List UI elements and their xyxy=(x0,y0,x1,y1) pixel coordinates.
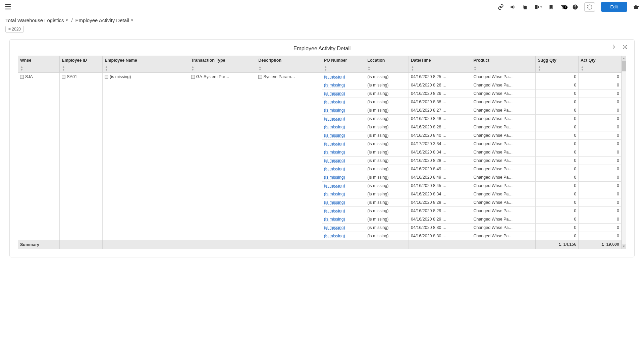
cell-po-number[interactable]: (is missing) xyxy=(322,207,365,215)
cell-product: Changed Whse Pa… xyxy=(471,98,536,106)
cell-datetime: 04/16/2020 8:38 … xyxy=(409,98,471,106)
collapse-icon[interactable] xyxy=(62,75,65,79)
table-row[interactable]: (is missing)(is missing)04/16/2020 8:40 … xyxy=(18,131,622,140)
collapse-icon[interactable] xyxy=(191,75,195,79)
breadcrumb-workspace[interactable]: Total Warehouse Logistics▼ xyxy=(5,17,68,23)
cell-po-number[interactable]: (is missing) xyxy=(322,89,365,98)
cell-po-number[interactable]: (is missing) xyxy=(322,81,365,89)
cell-datetime: 04/16/2020 8:26 … xyxy=(409,81,471,89)
collapse-icon[interactable] xyxy=(105,75,108,79)
download-arrow-icon[interactable] xyxy=(611,44,617,51)
cell-po-number[interactable]: (is missing) xyxy=(322,148,365,157)
bookmark-icon[interactable] xyxy=(548,4,554,10)
column-header-location[interactable]: Location▲▼ xyxy=(365,56,409,73)
cell-product: Changed Whse Pa… xyxy=(471,182,536,190)
cell-product: Changed Whse Pa… xyxy=(471,173,536,182)
table-row[interactable]: (is missing)(is missing)04/16/2020 8:28 … xyxy=(18,157,622,165)
cell-product: Changed Whse Pa… xyxy=(471,157,536,165)
cell-po-number[interactable]: (is missing) xyxy=(322,165,365,173)
table-row[interactable]: (is missing)(is missing)04/16/2020 8:49 … xyxy=(18,165,622,173)
export-icon[interactable]: ▾ xyxy=(534,4,542,10)
table-row[interactable]: (is missing)(is missing)04/16/2020 8:29 … xyxy=(18,215,622,224)
cell-po-number[interactable]: (is missing) xyxy=(322,215,365,224)
vertical-scrollbar[interactable]: ▲ ▼ xyxy=(622,56,626,249)
briefcase-icon[interactable] xyxy=(633,4,639,10)
table-row[interactable]: (is missing)(is missing)04/16/2020 8:34 … xyxy=(18,190,622,198)
table-row[interactable]: (is missing)(is missing)04/16/2020 8:30 … xyxy=(18,224,622,232)
column-header-employee_name[interactable]: Employee Name▲▼ xyxy=(103,56,189,73)
cell-po-number[interactable]: (is missing) xyxy=(322,232,365,240)
cell-datetime: 04/16/2020 8:26 … xyxy=(409,89,471,98)
breadcrumb-page[interactable]: Employee Activity Detail▼ xyxy=(75,17,134,23)
cell-product: Changed Whse Pa… xyxy=(471,89,536,98)
collapse-icon[interactable] xyxy=(258,75,262,79)
cell-datetime: 04/16/2020 8:45 … xyxy=(409,182,471,190)
cell-datetime: 04/16/2020 8:28 … xyxy=(409,198,471,207)
megaphone-icon[interactable] xyxy=(510,4,516,10)
filter-icon[interactable]: 1 xyxy=(560,4,566,10)
cell-act-qty: 0 xyxy=(579,81,622,89)
cell-act-qty: 0 xyxy=(579,148,622,157)
table-row[interactable]: (is missing)(is missing)04/16/2020 8:29 … xyxy=(18,207,622,215)
column-header-whse[interactable]: Whse▲▼ xyxy=(18,56,60,73)
table-row[interactable]: (is missing)(is missing)04/16/2020 8:26 … xyxy=(18,81,622,89)
breadcrumb-separator: / xyxy=(71,17,72,23)
cell-po-number[interactable]: (is missing) xyxy=(322,115,365,123)
help-icon[interactable] xyxy=(572,4,578,10)
table-row[interactable]: (is missing)(is missing)04/16/2020 8:28 … xyxy=(18,123,622,131)
scroll-thumb[interactable] xyxy=(622,61,626,71)
reload-button[interactable] xyxy=(584,2,595,12)
link-icon[interactable] xyxy=(498,4,504,10)
cell-po-number[interactable]: (is missing) xyxy=(322,73,365,81)
table-row[interactable]: (is missing)(is missing)04/16/2020 8:28 … xyxy=(18,198,622,207)
column-header-po_number[interactable]: PO Number▲▼ xyxy=(322,56,365,73)
column-header-datetime[interactable]: Date/Time▲▼ xyxy=(409,56,471,73)
table-row[interactable]: (is missing)(is missing)04/16/2020 8:38 … xyxy=(18,98,622,106)
menu-icon[interactable]: ☰ xyxy=(5,3,11,11)
cell-product: Changed Whse Pa… xyxy=(471,224,536,232)
cell-po-number[interactable]: (is missing) xyxy=(322,224,365,232)
collapse-icon[interactable] xyxy=(20,75,24,79)
cell-po-number[interactable]: (is missing) xyxy=(322,140,365,148)
table-row[interactable]: (is missing)(is missing)04/16/2020 8:49 … xyxy=(18,173,622,182)
scroll-down-icon[interactable]: ▼ xyxy=(622,244,626,249)
cell-datetime: 04/16/2020 8:40 … xyxy=(409,131,471,140)
column-header-product[interactable]: Product▲▼ xyxy=(471,56,536,73)
filter-chip[interactable]: = 2020 xyxy=(5,26,24,33)
expand-icon[interactable] xyxy=(622,44,628,51)
table-row[interactable]: (is missing)(is missing)04/16/2020 8:30 … xyxy=(18,232,622,240)
cell-description: System Param… xyxy=(256,73,322,81)
cell-po-number[interactable]: (is missing) xyxy=(322,98,365,106)
cell-sugg-qty: 0 xyxy=(536,123,579,131)
column-header-employee_id[interactable]: Employee ID▲▼ xyxy=(60,56,103,73)
table-row[interactable]: (is missing)(is missing)04/16/2020 8:26 … xyxy=(18,89,622,98)
table-row[interactable]: (is missing)(is missing)04/17/2020 3:34 … xyxy=(18,140,622,148)
cell-po-number[interactable]: (is missing) xyxy=(322,123,365,131)
cell-datetime: 04/16/2020 8:30 … xyxy=(409,232,471,240)
table-row[interactable]: (is missing)(is missing)04/16/2020 8:34 … xyxy=(18,148,622,157)
cell-datetime: 04/16/2020 8:30 … xyxy=(409,224,471,232)
cell-product: Changed Whse Pa… xyxy=(471,165,536,173)
table-row[interactable]: (is missing)(is missing)04/16/2020 8:27 … xyxy=(18,106,622,115)
table-row[interactable]: (is missing)(is missing)04/16/2020 8:45 … xyxy=(18,182,622,190)
cell-po-number[interactable]: (is missing) xyxy=(322,190,365,198)
column-header-sugg_qty[interactable]: Sugg Qty▲▼ xyxy=(536,56,579,73)
cell-po-number[interactable]: (is missing) xyxy=(322,157,365,165)
scroll-up-icon[interactable]: ▲ xyxy=(622,56,626,61)
table-row[interactable]: SJASA01(is missing)GA-System Par…System … xyxy=(18,73,622,81)
cell-product: Changed Whse Pa… xyxy=(471,232,536,240)
cell-po-number[interactable]: (is missing) xyxy=(322,131,365,140)
edit-button[interactable]: Edit xyxy=(601,2,627,12)
column-header-act_qty[interactable]: Act Qty▲▼ xyxy=(579,56,622,73)
cell-po-number[interactable]: (is missing) xyxy=(322,173,365,182)
column-header-transaction_type[interactable]: Transaction Type▲▼ xyxy=(189,56,256,73)
table-row[interactable]: (is missing)(is missing)04/16/2020 8:48 … xyxy=(18,115,622,123)
cell-act-qty: 0 xyxy=(579,140,622,148)
cell-act-qty: 0 xyxy=(579,207,622,215)
cell-po-number[interactable]: (is missing) xyxy=(322,106,365,115)
cell-po-number[interactable]: (is missing) xyxy=(322,198,365,207)
cell-sugg-qty: 0 xyxy=(536,215,579,224)
cell-po-number[interactable]: (is missing) xyxy=(322,182,365,190)
column-header-description[interactable]: Description▲▼ xyxy=(256,56,322,73)
copy-icon[interactable] xyxy=(522,4,528,10)
